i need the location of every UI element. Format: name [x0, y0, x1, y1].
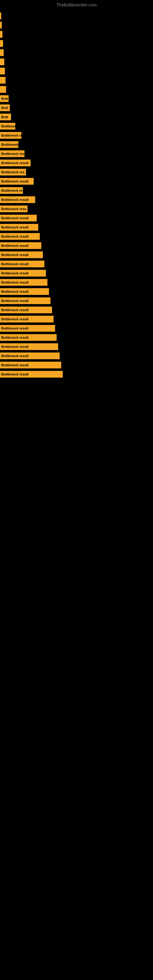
bar-item: Bottleneck result [0, 224, 38, 231]
bar-label: Bottleneck re [1, 134, 21, 137]
bar-label: Bottleneck result [1, 317, 29, 321]
bar-item: Bottleneck re [0, 187, 23, 194]
bar-label: Bottleneck result [1, 280, 29, 284]
bar-item: Bottleneck result [0, 307, 52, 313]
bar-label: Bottleneck resu [1, 207, 27, 211]
bar-row: Bottleneck result [0, 333, 153, 342]
site-title: TheBottlenecker.com [0, 0, 153, 9]
bar-row: Bottleneck result [0, 278, 153, 286]
bar-item: Bottleneck result [0, 270, 46, 277]
bar-item: Bottleneck result [0, 316, 54, 323]
bar-row: Bottleneck result [0, 287, 153, 296]
bar-item: Bottleneck re [0, 132, 21, 139]
bar-label: Bottleneck result [1, 308, 29, 312]
bars-container: BottBottBottBottlenecBottleneck reBottle… [0, 9, 153, 379]
bar-item [0, 40, 3, 47]
bar-row: Bottleneck result [0, 269, 153, 277]
bar-item [0, 59, 4, 65]
bar-item: Bott [0, 114, 11, 120]
bar-row: Bottleneck result [0, 324, 153, 332]
bar-label: Bottleneck result [1, 290, 29, 293]
bar-label: Bottleneck result [1, 235, 29, 238]
bar-row: Bottleneck result [0, 250, 153, 259]
bar-item [0, 31, 2, 38]
bar-row: Bottleneck [0, 140, 153, 149]
bar-row: Bottlenec [0, 122, 153, 130]
bar-label: Bottleneck result [1, 345, 29, 348]
bar-row: Bottleneck resu [0, 205, 153, 213]
bar-label: Bottleneck result [1, 354, 29, 358]
bar-item: Bottlenec [0, 123, 15, 130]
bar-row: Bottleneck result [0, 232, 153, 241]
bar-item: Bottleneck result [0, 343, 58, 350]
bar-label: Bottleneck result [1, 372, 29, 376]
bar-label: Bottleneck result [1, 326, 29, 330]
bar-item: Bottleneck result [0, 251, 43, 258]
bar-label: Bott [1, 106, 8, 110]
bar-item: Bottleneck result [0, 325, 55, 332]
bar-label: Bottleneck result [1, 198, 29, 202]
bar-label: Bottleneck result [1, 161, 29, 165]
bar-item: Bottleneck resu [0, 150, 24, 157]
bar-row [0, 12, 153, 20]
bar-label: Bott [1, 115, 8, 119]
bar-row: Bottleneck result [0, 296, 153, 305]
bar-item: Bottleneck resu [0, 205, 27, 212]
bar-item [0, 49, 4, 56]
bar-row: Bottleneck result [0, 315, 153, 323]
bar-item: Bott [0, 105, 10, 111]
bar-row: Bottleneck result [0, 260, 153, 268]
bar-item: Bottleneck result [0, 362, 61, 368]
bar-item: Bottleneck result [0, 288, 49, 295]
bar-label: Bottleneck [1, 143, 18, 146]
bar-label: Bottleneck resu [1, 152, 24, 156]
bar-item: Bottleneck result [0, 233, 40, 240]
bar-item: Bottleneck result [0, 196, 35, 203]
bar-item: Bott [0, 95, 9, 102]
bar-item: Bottleneck result [0, 159, 30, 166]
bar-label: Bottleneck result [1, 363, 29, 367]
bar-item [0, 68, 5, 75]
bar-label: Bott [1, 97, 8, 100]
bar-item: Bottleneck result [0, 334, 57, 341]
bar-item [0, 77, 5, 84]
bar-item [0, 86, 6, 93]
bar-row [0, 57, 153, 66]
bar-label: Bottleneck result [1, 225, 29, 229]
bar-item: Bottleneck result [0, 353, 60, 359]
bar-row [0, 76, 153, 84]
bar-row: Bottleneck result [0, 305, 153, 314]
bar-label: Bottleneck res [1, 170, 24, 174]
bar-item: Bottleneck result [0, 371, 63, 378]
bar-item [0, 13, 1, 19]
bar-item: Bottleneck result [0, 279, 48, 286]
bar-item: Bottleneck result [0, 215, 37, 221]
bar-item: Bottleneck result [0, 178, 33, 185]
bar-label: Bottleneck result [1, 253, 29, 257]
bar-row: Bott [0, 103, 153, 112]
bar-label: Bottlenec [1, 124, 15, 128]
bar-row [0, 39, 153, 48]
bar-row: Bott [0, 113, 153, 121]
bar-row [0, 85, 153, 94]
bar-label: Bottleneck result [1, 216, 29, 220]
bar-row: Bottleneck re [0, 131, 153, 140]
bar-row: Bottleneck res [0, 168, 153, 177]
bar-label: Bottleneck result [1, 299, 29, 302]
bar-label: Bottleneck result [1, 271, 29, 275]
bar-row: Bottleneck result [0, 196, 153, 204]
bar-row: Bottleneck result [0, 342, 153, 351]
bar-row: Bottleneck re [0, 186, 153, 195]
bar-label: Bottleneck result [1, 336, 29, 339]
bar-row [0, 48, 153, 57]
bar-row: Bottleneck result [0, 214, 153, 222]
bar-row [0, 67, 153, 75]
bar-row: Bottleneck result [0, 223, 153, 232]
bar-label: Bottleneck result [1, 262, 29, 266]
bar-row: Bottleneck result [0, 361, 153, 369]
bar-row: Bottleneck result [0, 352, 153, 360]
bar-item: Bottleneck result [0, 261, 45, 267]
bar-row [0, 30, 153, 38]
bar-label: Bottleneck re [1, 189, 22, 192]
bar-label: Bottleneck result [1, 244, 29, 247]
